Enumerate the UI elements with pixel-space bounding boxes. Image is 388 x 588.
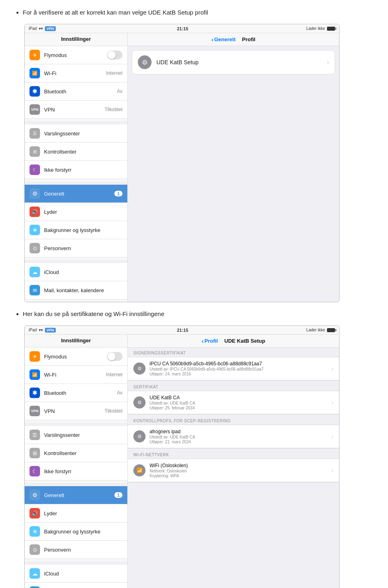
sidebar-item-vpn[interactable]: VPN VPN Tilkoblet: [25, 101, 127, 119]
status-left-1: iPad ▾▾ VPN: [29, 26, 59, 31]
mail-label: Mail, kontakter, kalendere: [44, 287, 122, 293]
s2-personvern-icon: ⊙: [30, 544, 40, 555]
split-header-2: Innstillinger ‹ Profil UDE KatB Setup: [25, 335, 339, 348]
sidebar-2-group-4: ☁ iCloud ✉ Mail, kontakter, kalendere: [25, 565, 127, 588]
sidebar2-item-icloud[interactable]: ☁ iCloud: [25, 565, 127, 583]
s2-lyder-icon: 🔊: [30, 508, 40, 518]
katbca-sub1: Utstedt av: UDE KatB CA: [150, 401, 329, 405]
vpn-icon: VPN: [30, 104, 40, 115]
split-header-1: Innstillinger ‹ Generelt Profil: [25, 33, 339, 46]
personvern-label: Personvern: [44, 245, 122, 251]
wifi-value: Internet: [106, 70, 122, 76]
status-bar-2: iPad ▾▾ VPN 21:15 Lader ikke: [25, 326, 339, 335]
sidebar2-item-lyder[interactable]: 🔊 Lyder: [25, 504, 127, 523]
s2-forstyrr-label: Ikke forstyrr: [44, 468, 122, 474]
ipcu-title: iPCU CA 5060b9d9-a5cb-4965-bc06-a88d88c9…: [150, 361, 329, 367]
detail-item-afrogner[interactable]: ⚙ afrogners ipad Utstedt av: UDE KatB CA…: [128, 425, 339, 448]
sidebar-item-lyder[interactable]: 🔊 Lyder: [25, 203, 127, 221]
sidebar-item-flymodus[interactable]: ✈ Flymodus: [25, 46, 127, 64]
s2-bluetooth-value: Av: [117, 390, 122, 396]
sidebar-item-bluetooth[interactable]: ✱ Bluetooth Av: [25, 82, 127, 101]
icloud-label: iCloud: [44, 269, 122, 275]
sidebar-item-personvern[interactable]: ⊙ Personvern: [25, 239, 127, 257]
oslos-icon: 📶: [133, 464, 146, 476]
sidebar2-item-mail[interactable]: ✉ Mail, kontakter, kalendere: [25, 583, 127, 588]
detail-item-oslos[interactable]: 📶 WiFi (Osloskolen) Nettverk: Osloskolen…: [128, 459, 339, 482]
sidebar2-item-bluetooth[interactable]: ✱ Bluetooth Av: [25, 384, 127, 402]
s2-icloud-label: iCloud: [44, 571, 122, 577]
sidebar2-item-wifi[interactable]: 📶 Wi-Fi Internet: [25, 366, 127, 384]
flymodus-icon: ✈: [30, 50, 40, 60]
s2-flymodus-toggle[interactable]: [107, 352, 122, 361]
s2-flymodus-icon: ✈: [30, 351, 40, 362]
s2-flymodus-label: Flymodus: [44, 354, 107, 360]
sidebar2-item-flymodus[interactable]: ✈ Flymodus: [25, 348, 127, 366]
s2-generelt-icon: ⚙: [30, 490, 40, 500]
sidebar2-item-vpn[interactable]: VPN VPN Tilkoblet: [25, 402, 127, 420]
section-label-scep: KONTROLLPROFIL FOR SCEP-REGISTRERING: [128, 415, 339, 425]
status-left-2: iPad ▾▾ VPN: [29, 328, 59, 333]
status-bar-1: iPad ▾▾ VPN 21:15 Lader ikke: [25, 24, 339, 33]
divider-3: [25, 260, 127, 263]
katbca-text: UDE KatB CA Utstedt av: UDE KatB CA Utlø…: [150, 395, 329, 410]
sidebar2-item-kontroll[interactable]: ⊞ Kontrollsenter: [25, 444, 127, 462]
sidebar2-item-generelt[interactable]: ⚙ Generelt 1: [25, 486, 127, 504]
status-time-1: 21:15: [177, 26, 188, 31]
sidebar-1: ✈ Flymodus 📶 Wi-Fi Internet ✱ Bluetooth …: [25, 46, 128, 302]
ipad-label-2: iPad: [29, 328, 37, 332]
sidebar2-item-varsling[interactable]: ☰ Varslingssenter: [25, 426, 127, 444]
sidebar-group-3: ⚙ Generelt 1 🔊 Lyder ❄ Bakgrunner og lys…: [25, 185, 127, 257]
forstyrr-icon: ☾: [30, 164, 40, 175]
section-label-sign: SIGNERINGSSERTIFIKAT: [128, 348, 339, 357]
oslos-sub1: Nettverk: Osloskolen: [150, 469, 329, 473]
sidebar2-item-bakgrunner[interactable]: ❄ Bakgrunner og lysstyrke: [25, 523, 127, 541]
profile-item-ude[interactable]: ⚙ UDE KatB Setup ›: [132, 50, 335, 74]
flymodus-label: Flymodus: [44, 52, 107, 58]
wifi-icon: 📶: [30, 68, 40, 78]
sidebar2-item-forstyrr[interactable]: ☾ Ikke forstyrr: [25, 462, 127, 481]
ipad-content-1: ✈ Flymodus 📶 Wi-Fi Internet ✱ Bluetooth …: [25, 46, 339, 302]
bakgrunner-label: Bakgrunner og lysstyrke: [44, 227, 122, 233]
personvern-icon: ⊙: [30, 243, 40, 253]
sidebar-item-forstyrr[interactable]: ☾ Ikke forstyrr: [25, 161, 127, 179]
back-label-2: Profil: [205, 338, 218, 344]
back-chevron-2: ‹: [202, 337, 204, 344]
afrogner-title: afrogners ipad: [150, 429, 329, 434]
sidebar-item-wifi[interactable]: 📶 Wi-Fi Internet: [25, 64, 127, 82]
back-label-1: Generelt: [214, 36, 236, 42]
bluetooth-value: Av: [117, 89, 122, 94]
ipcu-icon: ⚙: [133, 362, 146, 375]
detail-item-ipcu[interactable]: ⚙ iPCU CA 5060b9d9-a5cb-4965-bc06-a88d88…: [128, 357, 339, 380]
detail-item-katbca[interactable]: ⚙ UDE KatB CA Utstedt av: UDE KatB CA Ut…: [128, 391, 339, 414]
sidebar2-item-personvern[interactable]: ⊙ Personvern: [25, 541, 127, 559]
vpn-badge-1: VPN: [45, 26, 56, 31]
katbca-title: UDE KatB CA: [150, 395, 329, 400]
sidebar-item-generelt[interactable]: ⚙ Generelt 1: [25, 185, 127, 203]
sidebar-item-icloud[interactable]: ☁ iCloud: [25, 263, 127, 281]
sidebar-item-mail[interactable]: ✉ Mail, kontakter, kalendere: [25, 281, 127, 299]
bullet-text-1: For å verifisere at alt er korrekt kan m…: [23, 8, 208, 17]
sidebar-item-bakgrunner[interactable]: ❄ Bakgrunner og lysstyrke: [25, 221, 127, 239]
divider-1: [25, 121, 127, 124]
wifi-label: Wi-Fi: [44, 70, 106, 76]
s2-wifi-icon: 📶: [30, 369, 40, 380]
s2-lyder-label: Lyder: [44, 510, 122, 516]
bullet-2: • Her kan du se på sertifikatene og Wi-F…: [16, 310, 372, 320]
profile-content: ⚙ UDE KatB Setup ›: [128, 46, 339, 188]
oslos-text: WiFi (Osloskolen) Nettverk: Osloskolen K…: [150, 463, 329, 478]
sidebar-item-kontroll[interactable]: ⊞ Kontrollsenter: [25, 143, 127, 161]
ipcu-sub1: Utstedt av: iPCU CA 5060b9d9-a5cb-4965-b…: [150, 367, 329, 371]
bullet-dot-2: •: [16, 310, 19, 320]
afrogner-chevron: ›: [331, 433, 333, 440]
flymodus-toggle[interactable]: [107, 51, 122, 59]
kontroll-icon: ⊞: [30, 146, 40, 157]
varsling-icon: ☰: [30, 128, 40, 139]
back-button-1[interactable]: ‹ Generelt: [211, 36, 236, 43]
main-header-2: ‹ Profil UDE KatB Setup: [128, 335, 339, 347]
sidebar-item-varsling[interactable]: ☰ Varslingssenter: [25, 124, 127, 143]
status-right-1: Lader ikke: [306, 26, 335, 31]
status-time-2: 21:15: [177, 328, 188, 333]
back-button-2[interactable]: ‹ Profil: [202, 337, 218, 344]
sidebar-group-4: ☁ iCloud ✉ Mail, kontakter, kalendere: [25, 263, 127, 299]
generelt-icon: ⚙: [30, 188, 40, 199]
